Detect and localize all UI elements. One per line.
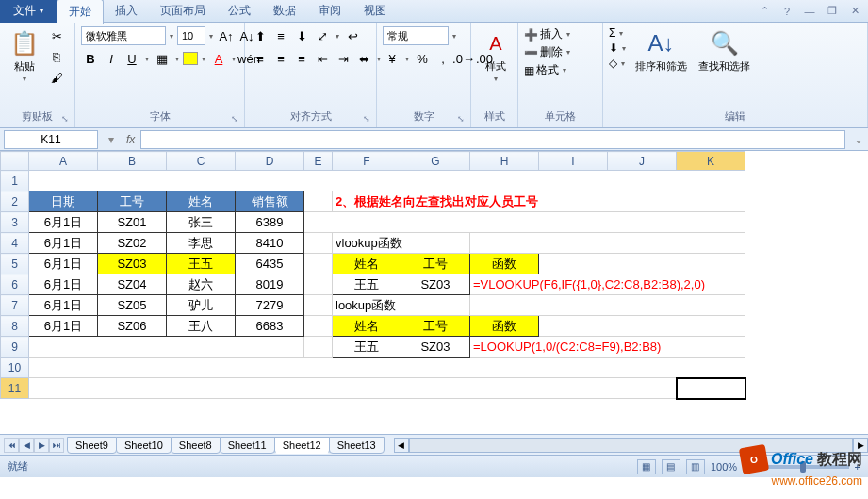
file-tab[interactable]: 文件 [0,0,57,23]
format-cells-button[interactable]: ▦格式▾ [524,62,568,78]
row-header-9[interactable]: 9 [1,337,29,358]
increase-decimal-button[interactable]: .0→ [454,49,473,68]
minimize-icon[interactable]: — [802,4,817,19]
cell[interactable]: 6月1日 [29,316,98,337]
cell[interactable]: 6月1日 [29,274,98,295]
row-header-10[interactable]: 10 [1,358,29,378]
zoom-level[interactable]: 100% [711,461,737,473]
sheet-tab[interactable]: Sheet9 [67,437,117,454]
cell[interactable]: 王五 [333,337,401,358]
normal-view-button[interactable]: ▦ [637,459,656,474]
align-right-button[interactable]: ≡ [292,49,311,68]
page-layout-view-button[interactable]: ▤ [662,459,680,474]
cell[interactable]: 6435 [236,254,304,274]
cell[interactable]: 工号 [401,316,470,337]
chevron-down-icon[interactable]: ▾ [565,30,572,39]
cell[interactable]: 姓名 [333,254,401,274]
chevron-down-icon[interactable]: ▾ [403,55,411,63]
percent-button[interactable]: % [413,49,432,68]
cell[interactable]: 函数 [470,316,539,337]
row-header-2[interactable]: 2 [1,191,29,212]
tab-review[interactable]: 审阅 [307,0,352,23]
ribbon-minimize-icon[interactable]: ⌃ [757,4,772,19]
last-sheet-button[interactable]: ⏭ [49,438,64,453]
merge-button[interactable]: ⬌ [354,49,373,68]
cell[interactable]: SZ02 [98,233,167,254]
chevron-down-icon[interactable]: ▾ [230,55,237,63]
wrap-text-button[interactable]: ↩ [343,26,362,45]
clear-button[interactable]: ◇▾ [609,57,628,70]
zoom-out-button[interactable]: − [743,461,748,473]
scroll-right-button[interactable]: ▶ [853,438,868,453]
col-header-j[interactable]: J [608,152,677,171]
cell[interactable]: 8410 [236,233,304,254]
col-header-k[interactable]: K [677,152,745,171]
tab-home[interactable]: 开始 [57,0,104,24]
align-top-button[interactable]: ⬆ [251,26,270,45]
tab-layout[interactable]: 页面布局 [149,0,217,23]
chevron-down-icon[interactable]: ▾ [617,29,625,38]
cell[interactable]: 姓名 [167,191,236,212]
cell[interactable]: 7279 [236,295,304,316]
cell[interactable]: SZ01 [98,212,167,233]
col-header-e[interactable]: E [304,152,333,171]
delete-cells-button[interactable]: ➖删除▾ [524,44,572,60]
cell[interactable]: SZ03 [401,274,470,295]
cell[interactable]: 销售额 [236,191,304,212]
align-left-button[interactable]: ≡ [251,49,270,68]
dialog-launcher-icon[interactable]: ⤡ [363,114,370,124]
name-box-dropdown[interactable]: ▾ [102,133,121,146]
align-bottom-button[interactable]: ⬇ [292,26,311,45]
cell[interactable]: 王五 [333,274,401,295]
increase-indent-button[interactable]: ⇥ [334,49,352,68]
chevron-down-icon[interactable]: ▾ [492,75,500,83]
sort-filter-button[interactable]: A↓ 排序和筛选 [631,26,691,75]
tab-data[interactable]: 数据 [262,0,307,23]
row-header-5[interactable]: 5 [1,254,29,274]
name-box[interactable] [4,130,98,149]
chevron-down-icon[interactable]: ▾ [334,32,341,41]
tab-view[interactable]: 视图 [352,0,398,23]
row-header-4[interactable]: 4 [1,233,29,254]
first-sheet-button[interactable]: ⏮ [4,438,19,453]
dialog-launcher-icon[interactable]: ⤡ [231,114,238,124]
tab-insert[interactable]: 插入 [104,0,149,23]
cell[interactable]: 李思 [167,233,236,254]
next-sheet-button[interactable]: ▶ [34,438,49,453]
chevron-down-icon[interactable]: ▾ [143,55,151,63]
row-header-1[interactable]: 1 [1,171,29,191]
col-header-c[interactable]: C [167,152,236,171]
sheet-tab[interactable]: Sheet10 [116,437,172,454]
page-break-view-button[interactable]: ▥ [686,459,705,474]
dialog-launcher-icon[interactable]: ⤡ [61,114,69,124]
restore-icon[interactable]: ❐ [825,4,840,19]
cell[interactable]: SZ03 [401,337,470,358]
styles-button[interactable]: A 样式 ▾ [477,26,515,85]
bold-button[interactable]: B [81,49,100,68]
zoom-in-button[interactable]: + [855,461,860,473]
paste-button[interactable]: 📋 粘贴 ▾ [6,26,43,85]
select-all-button[interactable] [1,152,29,171]
align-middle-button[interactable]: ≡ [271,26,290,45]
cell[interactable]: 工号 [98,191,167,212]
cell[interactable]: 6389 [236,212,304,233]
help-icon[interactable]: ? [779,4,794,19]
lookup-label[interactable]: lookup函数 [333,295,470,316]
chevron-down-icon[interactable]: ▾ [173,55,181,63]
row-header-11[interactable]: 11 [1,378,29,399]
cell[interactable]: SZ05 [98,295,167,316]
format-painter-button[interactable]: 🖌 [47,68,66,87]
row-header-7[interactable]: 7 [1,295,29,316]
cut-button[interactable]: ✂ [47,26,66,45]
col-header-d[interactable]: D [236,152,304,171]
cell[interactable]: 6683 [236,316,304,337]
increase-font-button[interactable]: A↑ [217,26,236,45]
fx-button[interactable]: fx [121,133,140,146]
col-header-h[interactable]: H [470,152,539,171]
col-header-a[interactable]: A [29,152,98,171]
row-header-6[interactable]: 6 [1,274,29,295]
chevron-down-icon[interactable]: ▾ [200,55,207,63]
cell[interactable]: 驴儿 [167,295,236,316]
cell[interactable]: SZ06 [98,316,167,337]
prev-sheet-button[interactable]: ◀ [19,438,34,453]
